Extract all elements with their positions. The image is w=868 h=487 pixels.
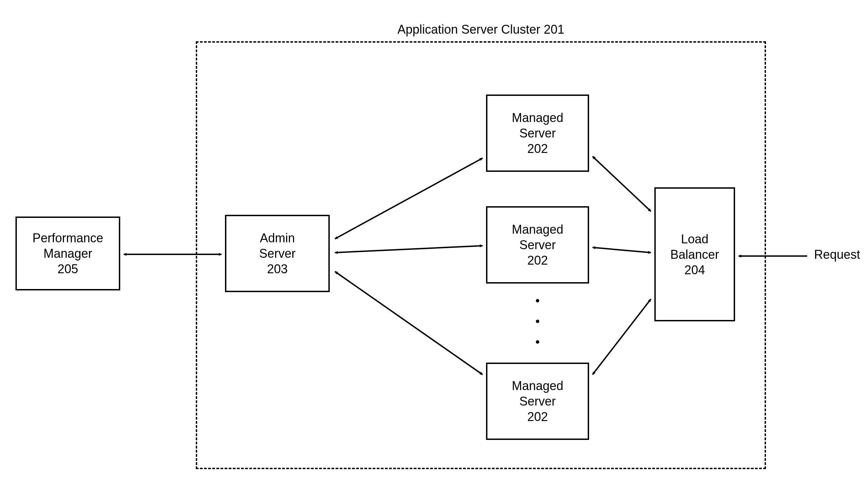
edge-ms1-lb xyxy=(593,156,651,211)
edge-admin-ms1 xyxy=(335,158,483,239)
diagram-stage: Application Server Cluster 201 Performan… xyxy=(0,0,868,487)
connectors xyxy=(0,0,868,487)
edge-admin-ms3 xyxy=(335,272,483,375)
edge-ms2-lb xyxy=(593,247,651,253)
edge-admin-ms2 xyxy=(335,246,483,253)
edge-ms3-lb xyxy=(593,299,651,375)
